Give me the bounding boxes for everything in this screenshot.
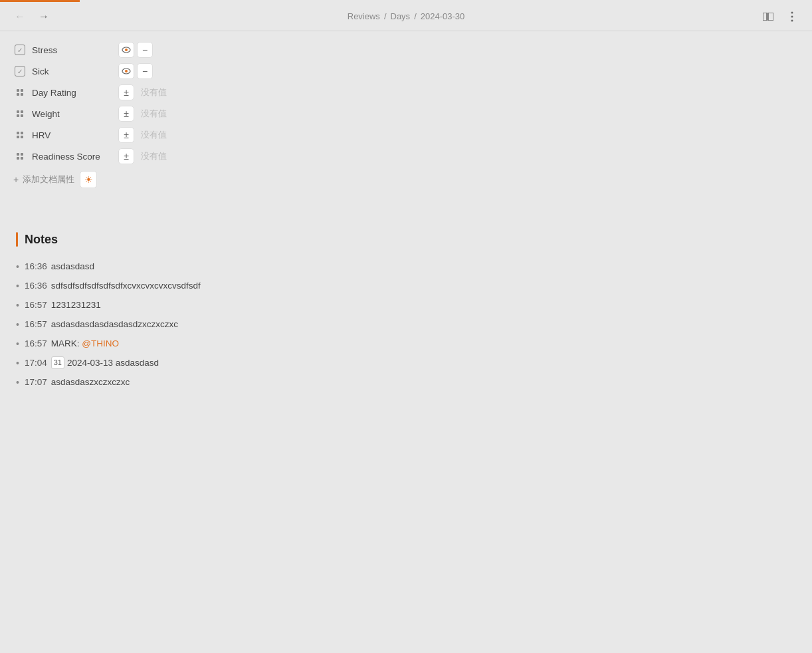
stress-label: Stress — [32, 45, 118, 55]
nav-right — [759, 7, 801, 26]
property-weight: Weight ± 没有值 — [13, 103, 799, 124]
sun-icon-button[interactable]: ☀ — [80, 171, 97, 188]
add-property-label: 添加文档属性 — [23, 174, 74, 186]
hrv-no-value: 没有值 — [141, 129, 167, 141]
hrv-label: HRV — [32, 130, 118, 140]
nav-left: ← → — [11, 7, 53, 26]
note-text: 1231231231 — [51, 299, 101, 312]
stress-remove-button[interactable]: − — [137, 42, 153, 58]
list-item: • 16:57 MARK: @THINO — [16, 337, 796, 351]
list-item: • 17:04 31 2024-03-13 asdasdasd — [16, 356, 796, 370]
date-badge-text: 31 — [54, 357, 62, 368]
forward-button[interactable]: → — [35, 7, 53, 26]
hrv-type-icon — [13, 128, 27, 142]
breadcrumb: Reviews / Days / 2024-03-30 — [348, 11, 465, 21]
notes-accent-bar — [16, 232, 18, 247]
list-item: • 16:36 asdasdasd — [16, 260, 796, 274]
list-item: • 16:36 sdfsdfsdfsdfsdfsdfxcvxcvxcvxcvsd… — [16, 279, 796, 293]
property-day-rating: Day Rating ± 没有值 — [13, 82, 799, 103]
note-time: 16:57 — [25, 318, 47, 331]
note-bullet: • — [16, 356, 19, 370]
checkbox-icon: ✓ — [15, 66, 25, 76]
hrv-add-button[interactable]: ± — [118, 127, 134, 143]
breadcrumb-date[interactable]: 2024-03-30 — [421, 11, 465, 21]
properties-list: ✓ Stress − ✓ Sick — [13, 39, 799, 192]
main-content: ✓ Stress − ✓ Sick — [0, 31, 812, 403]
svg-rect-1 — [768, 13, 773, 21]
sick-label: Sick — [32, 66, 118, 76]
day-rating-add-button[interactable]: ± — [118, 84, 134, 100]
note-time: 17:04 — [25, 356, 47, 370]
readiness-score-type-icon — [13, 150, 27, 163]
sick-type-icon: ✓ — [13, 65, 27, 78]
note-bullet: • — [16, 318, 19, 332]
top-navigation: ← → Reviews / Days / 2024-03-30 — [0, 2, 812, 31]
note-time: 16:36 — [25, 279, 47, 293]
note-prefix: MARK: — [51, 337, 80, 350]
notes-header: Notes — [16, 232, 796, 247]
note-text: asdasdasdasdasdasdzxczxczxc — [51, 318, 178, 331]
note-time: 16:57 — [25, 299, 47, 312]
svg-point-3 — [791, 15, 793, 17]
weight-controls: ± 没有值 — [118, 106, 167, 122]
note-time: 16:36 — [25, 260, 47, 273]
readiness-score-controls: ± 没有值 — [118, 148, 167, 164]
note-date-full: 2024-03-13 — [67, 356, 113, 370]
svg-point-6 — [125, 49, 128, 51]
notes-title: Notes — [25, 233, 58, 247]
weight-type-icon — [13, 107, 27, 120]
breadcrumb-reviews[interactable]: Reviews — [348, 11, 380, 21]
note-text: sdfsdfsdfsdfsdfsdfxcvxcvxcvxcvsdfsdf — [51, 279, 201, 293]
notes-section: Notes • 16:36 asdasdasd • 16:36 sdfsdfsd… — [13, 232, 799, 390]
date-badge[interactable]: 31 — [51, 356, 64, 369]
svg-point-4 — [791, 19, 793, 21]
sick-remove-button[interactable]: − — [137, 63, 153, 79]
note-bullet: • — [16, 376, 19, 390]
note-mention-link[interactable]: @THINO — [82, 337, 119, 350]
weight-label: Weight — [32, 109, 118, 119]
property-stress: ✓ Stress − — [13, 39, 799, 61]
weight-add-button[interactable]: ± — [118, 106, 134, 122]
sidebar-toggle-button[interactable] — [759, 7, 777, 26]
readiness-score-no-value: 没有值 — [141, 150, 167, 162]
breadcrumb-sep-2: / — [414, 11, 417, 21]
note-bullet: • — [16, 299, 19, 313]
svg-point-8 — [125, 70, 128, 72]
breadcrumb-sep-1: / — [384, 11, 387, 21]
day-rating-no-value: 没有值 — [141, 86, 167, 98]
list-item: • 17:07 asdasdaszxczxczxc — [16, 376, 796, 390]
property-sick: ✓ Sick − — [13, 61, 799, 82]
note-text: asdasdasd — [116, 356, 159, 370]
stress-controls: − — [118, 42, 153, 58]
add-plus-icon: + — [13, 174, 19, 185]
list-item: • 16:57 asdasdasdasdasdasdzxczxczxc — [16, 318, 796, 332]
add-property-row[interactable]: + 添加文档属性 ☀ — [13, 167, 799, 192]
day-rating-type-icon — [13, 86, 27, 99]
note-text: asdasdasd — [51, 260, 94, 273]
day-rating-controls: ± 没有值 — [118, 84, 167, 100]
stress-eye-button[interactable] — [118, 42, 134, 58]
note-bullet: • — [16, 279, 19, 293]
property-hrv: HRV ± 没有值 — [13, 124, 799, 146]
sick-eye-button[interactable] — [118, 63, 134, 79]
note-bullet: • — [16, 260, 19, 274]
readiness-score-add-button[interactable]: ± — [118, 148, 134, 164]
more-options-button[interactable] — [783, 7, 801, 26]
notes-list: • 16:36 asdasdasd • 16:36 sdfsdfsdfsdfsd… — [16, 260, 796, 390]
checkbox-icon: ✓ — [15, 45, 25, 55]
day-rating-label: Day Rating — [32, 88, 118, 98]
note-time: 17:07 — [25, 376, 47, 389]
svg-point-2 — [791, 11, 793, 13]
hrv-controls: ± 没有值 — [118, 127, 167, 143]
svg-rect-0 — [763, 13, 767, 21]
sick-controls: − — [118, 63, 153, 79]
back-button[interactable]: ← — [11, 7, 29, 26]
breadcrumb-days[interactable]: Days — [391, 11, 411, 21]
note-bullet: • — [16, 337, 19, 351]
note-text: asdasdaszxczxczxc — [51, 376, 130, 389]
property-readiness-score: Readiness Score ± 没有值 — [13, 146, 799, 167]
list-item: • 16:57 1231231231 — [16, 299, 796, 313]
stress-type-icon: ✓ — [13, 43, 27, 57]
weight-no-value: 没有值 — [141, 108, 167, 120]
note-time: 16:57 — [25, 337, 47, 350]
